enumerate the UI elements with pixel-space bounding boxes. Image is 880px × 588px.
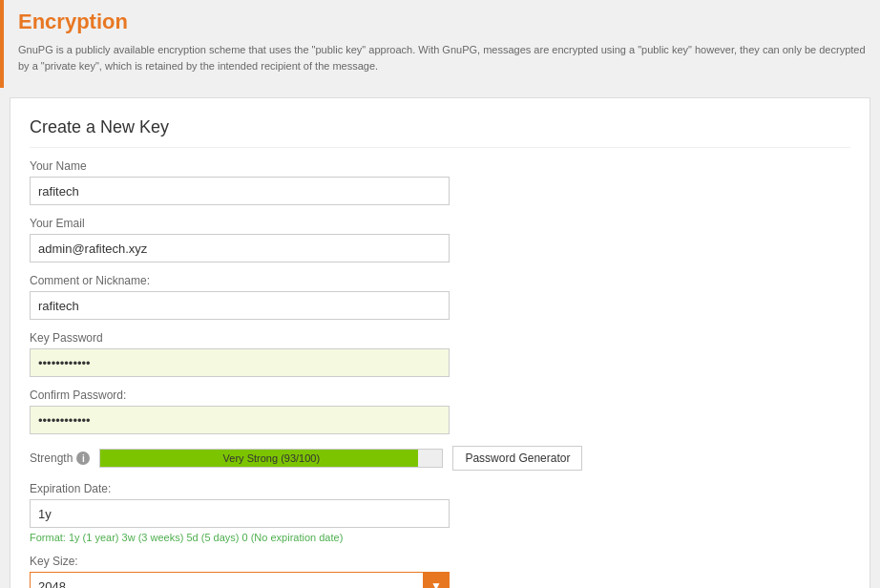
expiration-label: Expiration Date: bbox=[30, 482, 850, 495]
strength-row: Strength i Very Strong (93/100) Password… bbox=[30, 446, 850, 471]
strength-bar: Very Strong (93/100) bbox=[99, 449, 443, 468]
confirm-label: Confirm Password: bbox=[30, 388, 850, 402]
card-title: Create a New Key bbox=[30, 117, 850, 148]
password-generator-button[interactable]: Password Generator bbox=[452, 446, 582, 471]
strength-bar-text: Very Strong (93/100) bbox=[100, 452, 442, 464]
password-input[interactable] bbox=[30, 348, 450, 377]
main-card: Create a New Key Your Name Your Email Co… bbox=[10, 97, 870, 588]
key-size-label: Key Size: bbox=[30, 555, 850, 568]
name-label: Your Name bbox=[30, 159, 850, 173]
name-field-group: Your Name bbox=[30, 159, 850, 205]
password-label: Key Password bbox=[30, 331, 850, 345]
page-title: Encryption bbox=[18, 10, 866, 34]
email-field-group: Your Email bbox=[30, 217, 850, 262]
password-field-group: Key Password bbox=[30, 331, 850, 377]
name-input[interactable] bbox=[30, 177, 450, 205]
confirm-input[interactable] bbox=[30, 406, 450, 434]
expiration-input[interactable] bbox=[30, 499, 450, 528]
key-size-field-group: Key Size: 1024 2048 4096 ▼ bbox=[30, 555, 850, 588]
comment-input[interactable] bbox=[30, 291, 450, 320]
key-size-select-wrapper: 1024 2048 4096 ▼ bbox=[30, 572, 450, 588]
comment-label: Comment or Nickname: bbox=[30, 274, 850, 287]
email-label: Your Email bbox=[30, 217, 850, 230]
page-wrapper: Encryption GnuPG is a publicly available… bbox=[0, 0, 880, 588]
expiration-field-group: Expiration Date: Format: 1y (1 year) 3w … bbox=[30, 482, 850, 543]
confirm-field-group: Confirm Password: bbox=[30, 388, 850, 434]
strength-info-icon[interactable]: i bbox=[76, 452, 90, 465]
comment-field-group: Comment or Nickname: bbox=[30, 274, 850, 320]
strength-label: Strength i bbox=[30, 452, 90, 465]
header-description: GnuPG is a publicly available encryption… bbox=[18, 42, 866, 74]
header-section: Encryption GnuPG is a publicly available… bbox=[0, 0, 880, 88]
key-size-select[interactable]: 1024 2048 4096 bbox=[30, 572, 450, 588]
email-input[interactable] bbox=[30, 234, 450, 262]
expiration-format-hint: Format: 1y (1 year) 3w (3 weeks) 5d (5 d… bbox=[30, 532, 850, 543]
